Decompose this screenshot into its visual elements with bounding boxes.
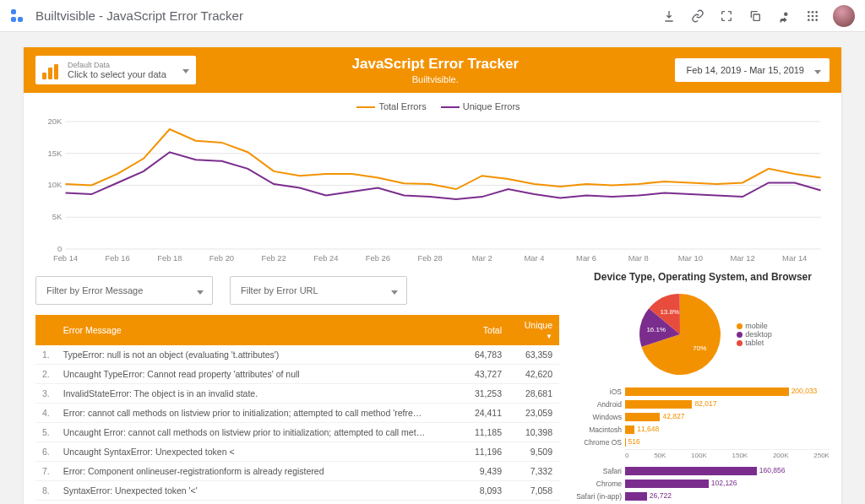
svg-text:Feb 24: Feb 24 [313, 254, 338, 263]
svg-text:Feb 14: Feb 14 [53, 254, 78, 263]
svg-text:0: 0 [57, 245, 62, 253]
data-source-label: Default Data [68, 61, 166, 69]
svg-point-4 [808, 14, 810, 17]
date-range-selector[interactable]: Feb 14, 2019 - Mar 15, 2019 [675, 58, 830, 82]
svg-text:15K: 15K [48, 149, 63, 158]
date-range-value: Feb 14, 2019 - Mar 15, 2019 [687, 65, 804, 75]
svg-text:Mar 8: Mar 8 [628, 254, 649, 263]
table-row[interactable]: 8. SyntaxError: Unexpected token '<' 8,0… [35, 481, 559, 501]
svg-text:20K: 20K [48, 117, 63, 126]
avatar[interactable] [833, 5, 855, 27]
apps-icon[interactable] [802, 6, 823, 26]
filter-error-message-label: Filter by Error Message [46, 285, 143, 295]
breakdown-title: Device Type, Operating System, and Brows… [576, 271, 830, 283]
hero-bar: Default Data Click to select your data J… [24, 47, 841, 93]
svg-text:13.8%: 13.8% [661, 308, 680, 316]
table-row[interactable]: 5. Uncaught Error: cannot call methods o… [35, 423, 559, 442]
bar-row: Chrome OS 516 [576, 436, 830, 448]
svg-point-2 [812, 11, 814, 14]
timeseries-chart: Total Errors Unique Errors 05K10K15K20KF… [24, 93, 841, 271]
table-row[interactable]: 2. Uncaught TypeError: Cannot read prope… [35, 365, 559, 384]
legend-total: Total Errors [378, 101, 426, 111]
svg-text:Mar 2: Mar 2 [472, 254, 492, 263]
bar-row: Safari (in-app) 26,722 [576, 490, 830, 502]
brand-text: Builtvisible. [196, 74, 675, 84]
table-row[interactable]: 4. Error: cannot call methods on listvie… [35, 404, 559, 423]
filter-error-url-label: Filter by Error URL [241, 285, 318, 295]
svg-text:70%: 70% [694, 344, 707, 352]
download-icon[interactable] [659, 6, 679, 26]
chevron-down-icon [814, 66, 821, 76]
table-row[interactable]: 1. TypeError: null is not an object (eva… [35, 345, 559, 365]
filter-error-url[interactable]: Filter by Error URL [230, 276, 407, 305]
svg-point-8 [812, 19, 814, 21]
table-row[interactable]: 9. TypeError: undefined is not an object… [35, 501, 559, 505]
svg-text:Mar 14: Mar 14 [782, 254, 807, 263]
svg-point-5 [812, 14, 814, 17]
svg-point-7 [808, 19, 810, 21]
device-pie-chart: 70%16.1%13.8% mobiledesktoptablet [576, 288, 830, 381]
svg-point-6 [815, 14, 818, 17]
col-total[interactable]: Total [458, 315, 509, 345]
svg-text:Feb 16: Feb 16 [106, 254, 130, 263]
dashboard-board: Default Data Click to select your data J… [24, 47, 841, 504]
fullscreen-icon[interactable] [716, 6, 737, 26]
svg-point-1 [808, 11, 810, 14]
error-table: Error Message Total Unique ▼ 1. TypeErro… [35, 315, 559, 504]
browser-bar-chart: Safari 160,856 Chrome 102,126 Safari (in… [576, 465, 830, 502]
app-logo: Builtvisible - JavaScript Error Tracker [10, 8, 243, 24]
appbar: Builtvisible - JavaScript Error Tracker [0, 0, 865, 32]
svg-text:Mar 12: Mar 12 [730, 254, 754, 263]
svg-text:Feb 20: Feb 20 [209, 254, 234, 263]
legend-unique: Unique Errors [463, 101, 520, 111]
bar-row: Windows 42,827 [576, 411, 830, 423]
data-source-selector[interactable]: Default Data Click to select your data [35, 56, 196, 84]
copy-icon[interactable] [745, 6, 765, 26]
svg-text:Mar 4: Mar 4 [524, 254, 544, 263]
datastudio-icon [10, 8, 25, 24]
bar-row: Chrome 102,126 [576, 478, 830, 490]
table-row[interactable]: 6. Uncaught SyntaxError: Unexpected toke… [35, 442, 559, 462]
share-icon[interactable] [774, 6, 794, 26]
svg-text:5K: 5K [52, 213, 63, 221]
data-source-value: Click to select your data [68, 69, 166, 79]
svg-text:Feb 22: Feb 22 [262, 254, 286, 263]
app-title: Builtvisible - JavaScript Error Tracker [35, 8, 243, 23]
svg-text:Mar 6: Mar 6 [576, 254, 596, 263]
analytics-icon [42, 61, 61, 79]
chevron-down-icon [182, 64, 189, 76]
col-unique[interactable]: Unique ▼ [509, 315, 559, 345]
os-bar-chart: iOS 200,033 Android 82,017 Windows 42,82… [576, 386, 830, 448]
filter-error-message[interactable]: Filter by Error Message [35, 276, 213, 305]
svg-point-3 [815, 11, 818, 14]
chevron-down-icon [391, 286, 398, 296]
pie-legend: mobiledesktoptablet [737, 322, 772, 347]
bar-row: Macintosh 11,648 [576, 424, 830, 436]
bar-row: Safari 160,856 [576, 465, 830, 477]
svg-text:Feb 28: Feb 28 [418, 254, 443, 263]
svg-text:Mar 10: Mar 10 [678, 254, 703, 263]
chevron-down-icon [197, 286, 204, 296]
link-icon[interactable] [688, 6, 708, 26]
page-title: JavaScript Error Tracker [196, 56, 675, 73]
table-row[interactable]: 3. InvalidStateError: The object is in a… [35, 384, 559, 404]
svg-rect-0 [753, 14, 759, 20]
chart-legend: Total Errors Unique Errors [35, 98, 830, 117]
svg-text:16.1%: 16.1% [647, 326, 666, 333]
svg-text:10K: 10K [48, 182, 63, 190]
svg-point-9 [815, 19, 818, 21]
table-row[interactable]: 7. Error: Component onlineuser-registrat… [35, 462, 559, 481]
bar-row: iOS 200,033 [576, 386, 830, 398]
col-error-message[interactable]: Error Message [57, 315, 458, 345]
svg-text:Feb 26: Feb 26 [366, 254, 390, 263]
bar-row: Android 82,017 [576, 398, 830, 410]
svg-text:Feb 18: Feb 18 [157, 254, 182, 263]
